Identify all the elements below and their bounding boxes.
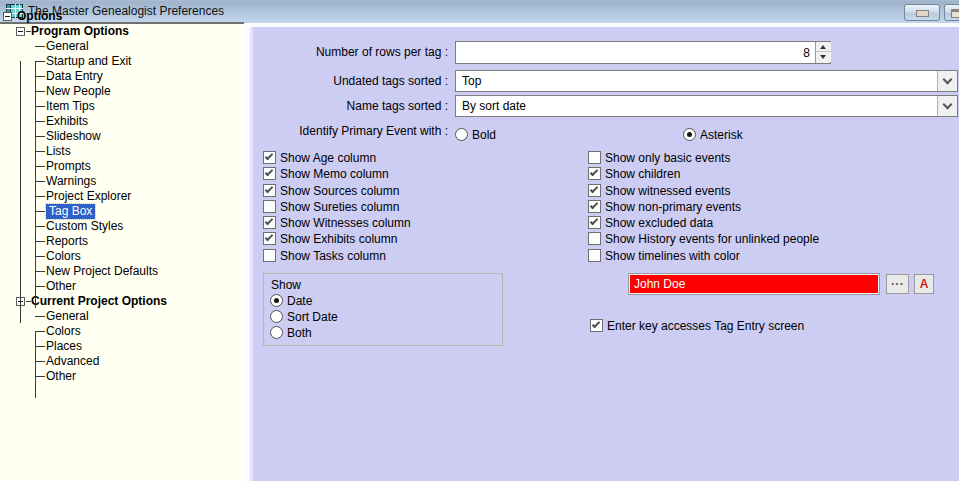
minimize-button[interactable]	[904, 4, 940, 21]
tree-item-new-project-defaults[interactable]: New Project Defaults	[0, 264, 244, 279]
checkbox-row-show-sureties-column[interactable]: Show Sureties column	[263, 200, 411, 213]
checkbox-checked-icon[interactable]	[588, 167, 601, 180]
checkbox-checked-icon[interactable]	[263, 167, 276, 180]
tree-item-colors[interactable]: Colors	[0, 249, 244, 264]
radio-unselected-icon[interactable]	[270, 310, 283, 323]
tree-item-custom-styles[interactable]: Custom Styles	[0, 219, 244, 234]
checkmark-icon	[590, 217, 598, 225]
checkmark-icon	[265, 168, 273, 176]
checkbox-row-show-age-column[interactable]: Show Age column	[263, 151, 411, 164]
tree-item-lists[interactable]: Lists	[0, 144, 244, 159]
radio-selected-icon[interactable]	[270, 294, 283, 307]
radio-label: Sort Date	[287, 310, 338, 324]
tree-item-general[interactable]: General	[0, 309, 244, 324]
dropdown-button[interactable]	[937, 96, 957, 116]
tree-item-program-options[interactable]: Program Options	[0, 24, 244, 39]
event-checkboxes: Show only basic eventsShow childrenShow …	[588, 151, 819, 265]
enter-key-checkbox-row[interactable]: Enter key accesses Tag Entry screen	[590, 319, 804, 333]
tree-item-advanced[interactable]: Advanced	[0, 354, 244, 369]
tree-item-exhibits[interactable]: Exhibits	[0, 114, 244, 129]
radio-asterisk[interactable]: Asterisk	[683, 124, 743, 146]
tree-connector-group2	[35, 331, 36, 398]
browse-button[interactable]: ...	[886, 274, 909, 294]
options-tree: OptionsProgram OptionsGeneralStartup and…	[0, 9, 244, 384]
tree-item-places[interactable]: Places	[0, 339, 244, 354]
tree-item-project-explorer[interactable]: Project Explorer	[0, 189, 244, 204]
checkbox-unchecked-icon[interactable]	[588, 151, 601, 164]
radio-bold[interactable]: Bold	[455, 124, 496, 146]
checkbox-checked-icon[interactable]	[263, 232, 276, 245]
name-style-preview-field[interactable]: John Doe	[628, 273, 880, 295]
checkbox-unchecked-icon[interactable]	[588, 249, 601, 262]
tag-box-options-panel: Number of rows per tag : Undated tags so…	[253, 27, 959, 481]
tree-item-options[interactable]: Options	[0, 9, 244, 24]
tree-item-label: Advanced	[46, 354, 99, 369]
show-radio-date[interactable]: Date	[270, 294, 338, 310]
spinner-down-button[interactable]	[816, 52, 831, 62]
checkbox-row-show-memo-column[interactable]: Show Memo column	[263, 167, 411, 180]
rows-per-tag-spinner[interactable]	[815, 42, 830, 63]
dropdown-button[interactable]	[937, 71, 957, 91]
tree-branch-line	[35, 241, 45, 242]
tree-item-item-tips[interactable]: Item Tips	[0, 99, 244, 114]
checkbox-checked-icon[interactable]	[263, 151, 276, 164]
checkbox-unchecked-icon[interactable]	[588, 232, 601, 245]
checkbox-label: Show children	[605, 167, 680, 181]
show-radio-sort-date[interactable]: Sort Date	[270, 310, 338, 326]
expand-minus-icon[interactable]	[3, 12, 12, 21]
tree-item-current-project-options[interactable]: Current Project Options	[0, 294, 244, 309]
maximize-button[interactable]	[944, 4, 959, 21]
tree-item-general[interactable]: General	[0, 39, 244, 54]
tree-item-warnings[interactable]: Warnings	[0, 174, 244, 189]
expand-minus-icon[interactable]	[16, 27, 25, 36]
checkbox-checked-icon[interactable]	[590, 319, 603, 332]
checkbox-label: Show Age column	[280, 151, 376, 165]
radio-unselected-icon[interactable]	[455, 128, 468, 141]
tree-item-reports[interactable]: Reports	[0, 234, 244, 249]
checkbox-row-show-non-primary-events[interactable]: Show non-primary events	[588, 200, 819, 213]
font-button[interactable]: A	[914, 274, 934, 294]
name-sort-dropdown[interactable]: By sort date	[455, 95, 958, 117]
tree-item-data-entry[interactable]: Data Entry	[0, 69, 244, 84]
checkbox-checked-icon[interactable]	[263, 216, 276, 229]
checkbox-row-show-sources-column[interactable]: Show Sources column	[263, 184, 411, 197]
tree-branch-line	[35, 376, 45, 377]
rows-per-tag-input[interactable]	[455, 41, 831, 64]
checkbox-checked-icon[interactable]	[263, 184, 276, 197]
checkbox-checked-icon[interactable]	[588, 216, 601, 229]
checkbox-row-show-children[interactable]: Show children	[588, 167, 819, 180]
checkbox-checked-icon[interactable]	[588, 200, 601, 213]
checkbox-unchecked-icon[interactable]	[263, 200, 276, 213]
checkbox-row-show-only-basic-events[interactable]: Show only basic events	[588, 151, 819, 164]
tree-item-label-selected: Tag Box	[46, 204, 95, 219]
tree-item-tag-box[interactable]: Tag Box	[0, 204, 244, 219]
tree-item-label: Options	[17, 9, 62, 24]
primary-event-label: Identify Primary Event with :	[253, 120, 448, 142]
checkbox-row-show-witnesses-column[interactable]: Show Witnesses column	[263, 216, 411, 229]
tree-item-other[interactable]: Other	[0, 369, 244, 384]
checkbox-row-show-witnessed-events[interactable]: Show witnessed events	[588, 184, 819, 197]
undated-sort-label: Undated tags sorted :	[253, 70, 448, 92]
tree-item-startup-and-exit[interactable]: Startup and Exit	[0, 54, 244, 69]
tree-item-other[interactable]: Other	[0, 279, 244, 294]
checkbox-row-show-tasks-column[interactable]: Show Tasks column	[263, 249, 411, 262]
checkbox-row-show-history-events-for-unlinked-people[interactable]: Show History events for unlinked people	[588, 232, 819, 245]
tree-item-new-people[interactable]: New People	[0, 84, 244, 99]
enter-key-label: Enter key accesses Tag Entry screen	[607, 319, 804, 333]
radio-selected-icon[interactable]	[683, 128, 696, 141]
checkbox-unchecked-icon[interactable]	[263, 249, 276, 262]
show-radio-both[interactable]: Both	[270, 326, 338, 342]
checkbox-row-show-exhibits-column[interactable]: Show Exhibits column	[263, 232, 411, 245]
tree-item-prompts[interactable]: Prompts	[0, 159, 244, 174]
checkbox-row-show-excluded-data[interactable]: Show excluded data	[588, 216, 819, 229]
checkbox-row-show-timelines-with-color[interactable]: Show timelines with color	[588, 249, 819, 262]
tree-item-colors[interactable]: Colors	[0, 324, 244, 339]
checkbox-checked-icon[interactable]	[588, 184, 601, 197]
radio-unselected-icon[interactable]	[270, 326, 283, 339]
undated-sort-dropdown[interactable]: Top	[455, 70, 958, 92]
radio-dot	[274, 298, 279, 303]
tree-item-label: Current Project Options	[31, 294, 167, 309]
tree-item-label: General	[46, 39, 89, 54]
spinner-up-button[interactable]	[816, 42, 831, 52]
tree-item-slideshow[interactable]: Slideshow	[0, 129, 244, 144]
